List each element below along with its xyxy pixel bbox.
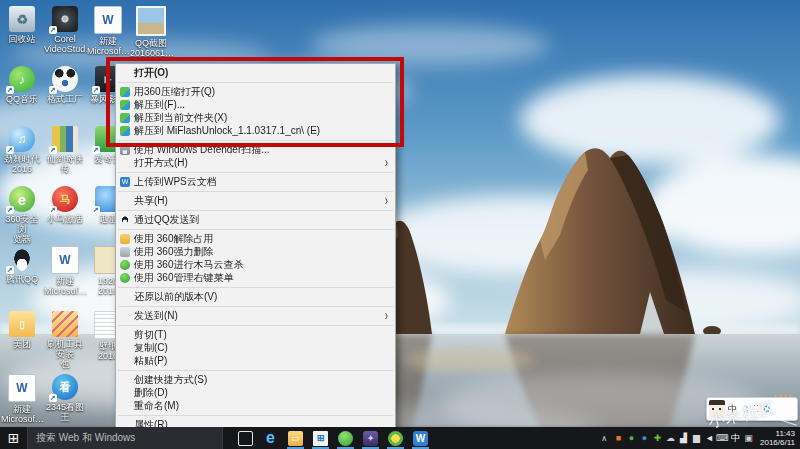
context-menu-item[interactable]: 创建快捷方式(S) [116,373,395,386]
context-menu-item[interactable]: W上传到WPS云文档 [116,175,395,188]
menu-item-label: 使用 360强力删除 [134,245,213,259]
menu-item-label: 重命名(M) [134,399,179,413]
desktop-icon-tencent-qq[interactable]: ➚腾讯QQ [1,246,43,284]
desktop-icon-new-word-document-3[interactable]: W新建 Microsof… [1,374,43,424]
context-menu-item[interactable]: 使用 360进行木马云查杀 [116,258,395,271]
menu-item-icon-spacer [120,401,130,411]
desktop-icon-label: 劲舞时代 2016 [1,154,43,174]
windows-store-icon: ⊞ [313,431,328,446]
menu-separator [118,287,393,288]
360-safe-guard-icon [338,431,353,446]
highlight-box [106,57,404,147]
menu-item-label: 粘贴(P) [134,354,167,368]
desktop-icon-xianjian-game[interactable]: ➚仙剑奇侠传 [44,126,86,174]
context-menu-item[interactable]: 使用 360管理右键菜单 [116,271,395,284]
language-indicator[interactable]: 中 [729,427,742,449]
game-center-icon: ✦ [363,431,378,446]
menu-item-icon-spacer [120,158,130,168]
taskbar-app-windows-store[interactable]: ⊞ [308,427,333,449]
format-factory-icon: ➚ [52,66,78,92]
submenu-arrow-icon: › [385,155,388,170]
context-menu-item[interactable]: 发送到(N)› [116,309,395,322]
desktop-icon-label: 腾讯QQ [1,274,43,284]
meituan-folder-icon: ▯ [9,311,35,337]
green-status-icon[interactable]: ● [625,427,638,449]
health-plus-icon[interactable]: ✚ [651,427,664,449]
context-menu-item[interactable]: 共享(H)› [116,194,395,207]
desktop-icon-qq-music[interactable]: ♪➚QQ音乐 [1,66,43,104]
menu-item-icon-spacer [120,343,130,353]
taskbar-apps: e▭⊞✦W [233,427,433,449]
corel-videostudio-icon: ✶➚ [52,6,78,32]
shortcut-arrow-badge: ➚ [6,146,14,154]
context-menu-item[interactable]: 复制(C) [116,341,395,354]
desktop-icon-360-browser[interactable]: e➚360安全浏 览器 [1,186,43,244]
2345-picture-viewer-icon: 看➚ [52,374,78,400]
shortcut-arrow-badge: ➚ [92,146,100,154]
context-menu-item[interactable]: 删除(D) [116,386,395,399]
edge-browser-icon: e [263,431,278,446]
taskbar: ⊞ 搜索 Web 和 Windows e▭⊞✦W ∧ ■●●✚☁▟▆◄⌨中▣ 1… [0,427,800,449]
taskbar-search-input[interactable]: 搜索 Web 和 Windows [27,427,223,449]
taskbar-app-edge-browser[interactable]: e [258,427,283,449]
desktop-icon-meituan-folder[interactable]: ▯美团 [1,311,43,349]
menu-item-icon-spacer [120,375,130,385]
desktop-icon-pony-activator[interactable]: 马➚小马激活 [44,186,86,224]
battery-icon[interactable]: ▆ [690,427,703,449]
shield360-icon [120,260,130,270]
menu-separator [118,172,393,173]
desktop-icon-dance-game-2016[interactable]: ♫➚劲舞时代 2016 [1,126,43,174]
desktop-icon-new-word-document-1[interactable]: W新建 Microsof… [87,6,129,56]
shortcut-arrow-badge: ➚ [92,86,100,94]
menu-item-icon-spacer [120,196,130,206]
submenu-arrow-icon: › [385,193,388,208]
shortcut-arrow-badge: ➚ [49,206,57,214]
desktop-icon-recycle-bin[interactable]: ♻回收站 [1,6,43,44]
context-menu-item[interactable]: 打开方式(H)› [116,156,395,169]
desktop-icon-new-word-document-2[interactable]: W新建 Microsof… [44,246,86,296]
blue-status-icon[interactable]: ● [638,427,651,449]
menu-item-label: 通过QQ发送到 [134,213,200,227]
context-menu-item[interactable]: 粘贴(P) [116,354,395,367]
menu-item-label: 创建快捷方式(S) [134,373,207,387]
desktop-icon-2345-picture-viewer[interactable]: 看➚2345看图王 [44,374,86,422]
desktop-icon-corel-videostudio[interactable]: ✶➚Corel VideoStud… [44,6,86,54]
menu-item-label: 使用 360管理右键菜单 [134,271,233,285]
trash360-icon [120,247,130,257]
context-menu-item[interactable]: 使用 360解除占用 [116,232,395,245]
start-button[interactable]: ⊞ [0,427,27,449]
taskbar-app-360-antivirus[interactable] [383,427,408,449]
desktop-icon-label: 新建 Microsof… [44,276,86,296]
360-browser-icon: e➚ [9,186,35,212]
taskbar-app-file-explorer[interactable]: ▭ [283,427,308,449]
context-menu-item[interactable]: 还原以前的版本(V) [116,290,395,303]
desktop-icon-qq-screenshot[interactable]: QQ截图 2016061… [130,6,172,58]
clock-time: 11:43 [760,429,795,438]
menu-item-label: 上传到WPS云文档 [134,175,217,189]
desktop-icon-label: 仙剑奇侠传 [44,154,86,174]
shortcut-arrow-badge: ➚ [6,266,14,274]
cloud-icon[interactable]: ☁ [664,427,677,449]
desktop-icon-flash-tool-folder[interactable]: 刷机工具安装 包 [44,311,86,369]
desktop-icon-format-factory[interactable]: ➚格式工厂 [44,66,86,104]
context-menu-item[interactable]: 剪切(T) [116,328,395,341]
taskbar-app-game-center[interactable]: ✦ [358,427,383,449]
menu-separator [118,191,393,192]
desktop-icon-label: 刷机工具安装 包 [44,339,86,369]
tencent-qq-icon: ➚ [9,246,35,272]
network-icon[interactable]: ▟ [677,427,690,449]
menu-item-icon-spacer [120,388,130,398]
context-menu-item[interactable]: 重命名(M) [116,399,395,412]
taskbar-app-task-view[interactable] [233,427,258,449]
touch-keyboard-icon[interactable]: ▣ [742,427,755,449]
tray-expand-chevron-icon[interactable]: ∧ [601,434,607,443]
taskbar-app-wps-office[interactable]: W [408,427,433,449]
wps-office-icon: W [413,431,428,446]
context-menu-item[interactable]: 通过QQ发送到 [116,213,395,226]
menu-item-label: 发送到(N) [134,309,178,323]
360-tray-icon[interactable]: ■ [612,427,625,449]
taskbar-clock[interactable]: 11:43 2016/6/11 [760,429,795,447]
taskbar-app-360-safe-guard[interactable] [333,427,358,449]
context-menu-item[interactable]: 使用 360强力删除 [116,245,395,258]
shortcut-arrow-badge: ➚ [49,394,57,402]
